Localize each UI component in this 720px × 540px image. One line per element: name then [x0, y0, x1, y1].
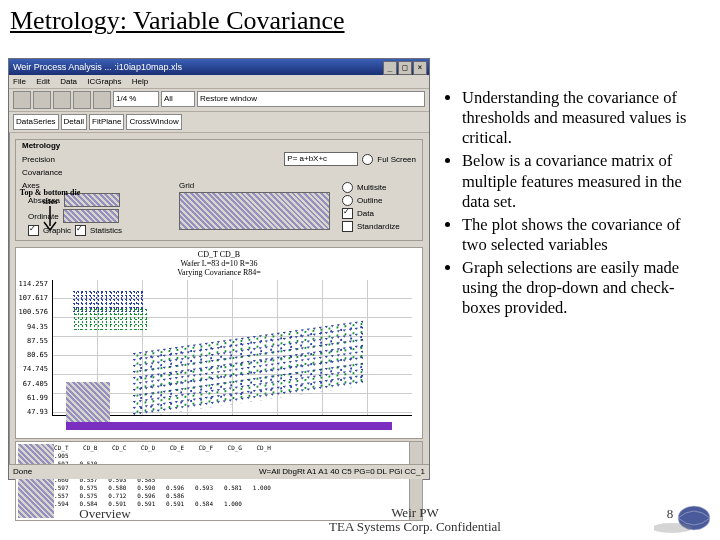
opt-outline: Outline	[357, 196, 382, 205]
status-right: W=All DbgRt A1 A1 40 C5 PG=0 DL PGi CC_1	[259, 465, 425, 479]
tab-detail[interactable]: Detail	[61, 114, 87, 130]
menu-icgraphs[interactable]: ICGraphs	[87, 77, 121, 86]
tab-dataseries[interactable]: DataSeries	[13, 114, 59, 130]
grid-preview	[179, 192, 330, 230]
opt-data: Data	[357, 209, 374, 218]
footer-center: Weir PW TEA Systems Corp. Confidential	[210, 506, 620, 534]
opt-outline-radio[interactable]	[342, 195, 353, 206]
status-bar: Done W=All DbgRt A1 A1 40 C5 PG=0 DL PGi…	[9, 464, 429, 479]
tab-fitplane[interactable]: FitPlane	[89, 114, 124, 130]
x-axis-shade	[66, 382, 110, 422]
grid-label: Grid	[179, 181, 330, 190]
bullet-item: The plot shows the covariance of two sel…	[462, 215, 706, 255]
opt-standardize: Standardize	[357, 222, 400, 231]
status-left: Done	[13, 465, 32, 479]
x-axis-bar	[66, 422, 392, 430]
toolbar-button[interactable]	[53, 91, 71, 109]
y-axis-ticks: 114.257107.617100.57694.3587.5580.6574.7…	[18, 280, 48, 416]
scale-combo[interactable]: 1/4 %	[113, 91, 159, 107]
tab-bar: DataSeries Detail FitPlane CrossWindow	[9, 112, 429, 133]
scatter-series-b	[73, 308, 149, 330]
opt-multisite-radio[interactable]	[342, 182, 353, 193]
window-title: Weir Process Analysis ... :i10iap10map.x…	[13, 62, 182, 72]
precision-label: Precision	[22, 155, 55, 164]
close-icon[interactable]: ×	[413, 61, 427, 75]
bullet-item: Below is a covariance matrix of multiple…	[462, 151, 706, 211]
toolbar-button[interactable]	[93, 91, 111, 109]
footer-left: Overview	[0, 506, 210, 534]
footer-confidential: TEA Systems Corp. Confidential	[329, 519, 501, 534]
fullscreen-label: Ful Screen	[377, 155, 416, 164]
window-titlebar[interactable]: Weir Process Analysis ... :i10iap10map.x…	[9, 59, 429, 75]
filter-combo[interactable]: All	[161, 91, 195, 107]
bullet-item: Graph selections are easily made using t…	[462, 258, 706, 318]
statistics-label: Statistics	[90, 226, 122, 235]
scatter-spread	[133, 320, 363, 418]
opt-standardize-checkbox[interactable]	[342, 221, 353, 232]
globe-icon	[654, 498, 712, 536]
toolbar-button[interactable]	[13, 91, 31, 109]
footer-author: Weir PW	[391, 505, 439, 520]
scatter-plot: CD_T CD_B Wafer L=83 d=10 R=36 Varying C…	[15, 247, 423, 439]
covariance-label: Covariance	[22, 168, 62, 177]
x-axis-highlight	[66, 422, 392, 436]
menu-file[interactable]: File	[13, 77, 26, 86]
tab-crosswindow[interactable]: CrossWindow	[126, 114, 181, 130]
toolbar-button[interactable]	[73, 91, 91, 109]
bullet-item: Understanding the covariance of threshol…	[462, 88, 706, 148]
opt-data-checkbox[interactable]	[342, 208, 353, 219]
slide-footer: Overview Weir PW TEA Systems Corp. Confi…	[0, 506, 720, 534]
annotation-text: Top & bottom die sites	[20, 188, 80, 206]
fullscreen-radio[interactable]	[362, 154, 373, 165]
menu-data[interactable]: Data	[60, 77, 77, 86]
bullet-list: Understanding the covariance of threshol…	[444, 88, 706, 321]
restore-button[interactable]: Restore window	[197, 91, 425, 107]
opt-multisite: Multisite	[357, 183, 386, 192]
arrow-down-icon	[40, 206, 60, 234]
menu-edit[interactable]: Edit	[36, 77, 50, 86]
maximize-icon[interactable]: □	[398, 61, 412, 75]
slide-title: Metrology: Variable Covariance	[10, 6, 345, 36]
annotation-callout: Top & bottom die sites	[12, 188, 88, 234]
toolbar: 1/4 % All Restore window	[9, 89, 429, 112]
toolbar-button[interactable]	[33, 91, 51, 109]
menubar[interactable]: File Edit Data ICGraphs Help	[9, 75, 429, 89]
group-metrology: Metrology	[22, 141, 60, 150]
minimize-icon[interactable]: _	[383, 61, 397, 75]
app-window: Weir Process Analysis ... :i10iap10map.x…	[8, 58, 430, 480]
plot-caption: CD_T CD_B Wafer L=83 d=10 R=36 Varying C…	[177, 250, 261, 277]
menu-help[interactable]: Help	[132, 77, 148, 86]
precision-btn-1[interactable]: P= a+bX+c	[284, 152, 358, 166]
